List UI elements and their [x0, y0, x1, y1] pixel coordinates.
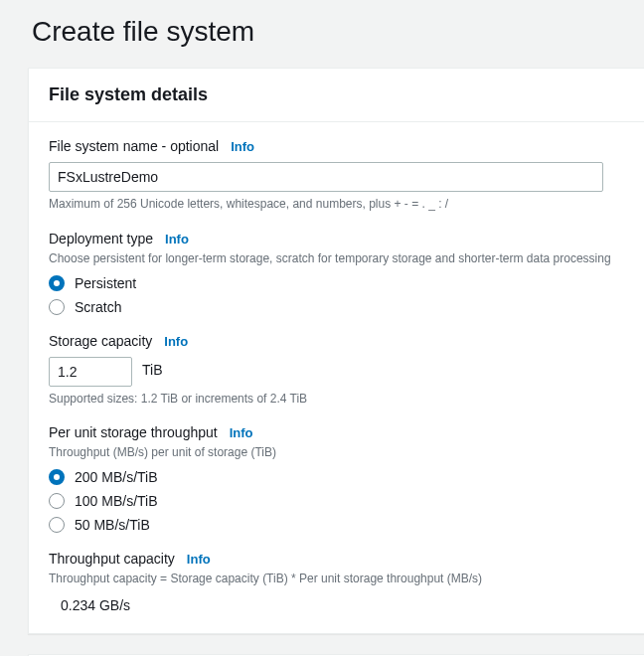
- deployment-radio-scratch-label: Scratch: [75, 299, 121, 315]
- storage-capacity-field: Storage capacity Info TiB Supported size…: [49, 333, 624, 408]
- deployment-radio-group: Persistent Scratch: [49, 275, 624, 315]
- throughput-per-unit-label: Per unit storage throughput: [49, 424, 218, 440]
- storage-capacity-input[interactable]: [49, 357, 132, 387]
- throughput-capacity-field: Throughput capacity Info Throughput capa…: [49, 551, 624, 613]
- info-link-deployment[interactable]: Info: [165, 232, 189, 246]
- panel-body: File system name - optional Info Maximum…: [29, 122, 644, 633]
- throughput-radio-100-label: 100 MB/s/TiB: [75, 493, 158, 509]
- radio-unselected-icon: [49, 517, 65, 533]
- throughput-per-unit-field: Per unit storage throughput Info Through…: [49, 424, 624, 533]
- throughput-capacity-label: Throughput capacity: [49, 551, 175, 567]
- info-link-storage[interactable]: Info: [164, 334, 188, 349]
- deployment-type-field: Deployment type Info Choose persistent f…: [49, 231, 624, 315]
- file-system-details-panel: File system details File system name - o…: [28, 68, 644, 634]
- file-system-name-input[interactable]: [49, 162, 603, 192]
- deployment-radio-persistent[interactable]: Persistent: [49, 275, 624, 291]
- deployment-type-helper: Choose persistent for longer-term storag…: [49, 250, 624, 267]
- throughput-radio-50-label: 50 MB/s/TiB: [75, 517, 150, 533]
- info-link-name[interactable]: Info: [231, 139, 254, 154]
- radio-unselected-icon: [49, 493, 65, 509]
- page-title: Create file system: [32, 16, 644, 48]
- radio-unselected-icon: [49, 299, 65, 315]
- throughput-radio-200[interactable]: 200 MB/s/TiB: [49, 469, 624, 485]
- info-link-throughput-unit[interactable]: Info: [230, 425, 253, 440]
- panel-header: File system details: [29, 69, 644, 122]
- throughput-capacity-helper: Throughput capacity = Storage capacity (…: [49, 571, 624, 587]
- throughput-radio-100[interactable]: 100 MB/s/TiB: [49, 493, 624, 509]
- storage-capacity-label: Storage capacity: [49, 333, 152, 349]
- file-system-name-field: File system name - optional Info Maximum…: [49, 138, 624, 213]
- throughput-capacity-value: 0.234 GB/s: [49, 597, 624, 613]
- file-system-name-helper: Maximum of 256 Unicode letters, whitespa…: [49, 196, 624, 213]
- storage-capacity-helper: Supported sizes: 1.2 TiB or increments o…: [49, 391, 624, 408]
- throughput-radio-200-label: 200 MB/s/TiB: [75, 469, 158, 485]
- panel-title: File system details: [49, 84, 624, 105]
- info-link-throughput-capacity[interactable]: Info: [187, 552, 211, 567]
- deployment-radio-scratch[interactable]: Scratch: [49, 299, 624, 315]
- deployment-radio-persistent-label: Persistent: [75, 275, 136, 291]
- radio-selected-icon: [49, 275, 65, 291]
- radio-selected-icon: [49, 469, 65, 485]
- deployment-type-label: Deployment type: [49, 231, 153, 246]
- throughput-radio-group: 200 MB/s/TiB 100 MB/s/TiB 50 MB/s/TiB: [49, 469, 624, 533]
- throughput-radio-50[interactable]: 50 MB/s/TiB: [49, 517, 624, 533]
- storage-capacity-unit: TiB: [142, 362, 162, 378]
- file-system-name-label: File system name - optional: [49, 138, 219, 154]
- throughput-per-unit-helper: Throughput (MB/s) per unit of storage (T…: [49, 444, 624, 461]
